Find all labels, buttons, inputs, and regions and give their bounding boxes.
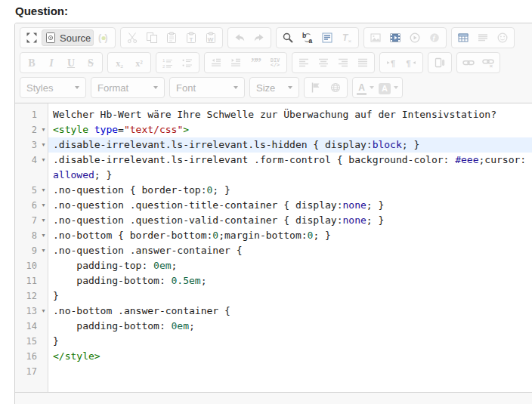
code-line[interactable]: 7▾.no-question .question-valid-container… <box>15 213 532 228</box>
maximize-button[interactable] <box>22 29 42 46</box>
code-text[interactable]: padding-top: 0em; <box>48 258 532 273</box>
code-line[interactable]: 15} <box>15 334 532 349</box>
flash-player-button[interactable]: f <box>425 29 444 46</box>
paste-text-button[interactable]: T <box>181 29 201 46</box>
replace-button[interactable]: ba <box>298 29 317 46</box>
copy-button[interactable] <box>142 29 162 46</box>
fold-arrow-icon[interactable]: ▾ <box>39 213 48 228</box>
strikethrough-button[interactable]: S <box>81 54 101 71</box>
smiley-button[interactable] <box>493 29 512 46</box>
undo-button[interactable] <box>230 29 249 46</box>
code-text[interactable]: } <box>48 288 532 304</box>
code-text[interactable]: .no-question { border-top:0; } <box>48 183 532 198</box>
code-line[interactable]: 6▾.no-question .question-title-container… <box>15 198 532 213</box>
anchor-button[interactable] <box>430 54 450 71</box>
subscript-button[interactable]: x₂ <box>110 54 129 71</box>
blockquote-button[interactable]: ”” <box>246 54 265 71</box>
code-text[interactable] <box>48 364 532 379</box>
bulleted-list-button[interactable] <box>178 54 197 71</box>
code-text[interactable]: allowed; } <box>48 168 532 183</box>
fold-arrow-icon[interactable]: ▾ <box>39 137 48 153</box>
align-left-button[interactable] <box>294 54 314 71</box>
language-button[interactable] <box>326 79 345 96</box>
code-text[interactable]: </style> <box>48 349 532 364</box>
bidi-ltr-icon: ¶ <box>385 57 397 69</box>
cut-button[interactable] <box>122 29 142 46</box>
remove-format-button[interactable]: T× <box>337 29 357 46</box>
paste-word-button[interactable]: W <box>201 29 221 46</box>
fold-arrow-icon[interactable]: ▾ <box>39 122 48 137</box>
spell-check-language-button[interactable] <box>306 79 326 96</box>
image-button[interactable] <box>366 29 385 46</box>
source-button[interactable]: Source <box>42 29 94 46</box>
code-text[interactable]: padding-bottom: 0.5em; <box>48 273 532 288</box>
code-text[interactable]: .no-question .question-valid-container {… <box>48 213 532 228</box>
bidi-rtl-button[interactable]: ¶ <box>401 54 421 71</box>
paste-button[interactable] <box>162 29 181 46</box>
redo-button[interactable] <box>249 29 269 46</box>
fold-arrow-icon[interactable]: ▾ <box>39 243 48 258</box>
code-line[interactable]: 12} <box>15 288 532 304</box>
code-line[interactable]: 8▾.no-bottom { border-bottom:0;margin-bo… <box>15 228 532 243</box>
code-text[interactable]: Welcher Hb-Wert wäre Ihre Schwelle zur Ü… <box>48 107 532 122</box>
flash-button[interactable] <box>385 29 405 46</box>
code-line[interactable]: 16</style> <box>15 349 532 364</box>
code-line[interactable]: 17 <box>15 364 532 379</box>
code-text[interactable]: } <box>48 334 532 349</box>
find-button[interactable] <box>278 29 298 46</box>
link-button[interactable] <box>459 54 478 71</box>
format-dropdown[interactable]: Format <box>91 77 165 98</box>
code-line[interactable]: 10 padding-top: 0em; <box>15 258 532 273</box>
justify-button[interactable] <box>353 54 373 71</box>
div-container-button[interactable]: DIV</> <box>265 54 285 71</box>
superscript-button[interactable]: x² <box>129 54 149 71</box>
code-text[interactable]: .disable-irrelevant.ls-irrelevant .form-… <box>48 153 532 168</box>
code-text[interactable]: .disable-irrelevant.ls-irrelevant.ls-hid… <box>48 137 532 153</box>
gutter-cell: 5▾ <box>15 183 48 198</box>
code-text[interactable]: padding-bottom: 0em; <box>48 319 532 334</box>
bold-button[interactable]: B <box>22 54 42 71</box>
indent-button[interactable] <box>226 54 246 71</box>
code-text[interactable]: .no-question .question-title-container {… <box>48 198 532 213</box>
background-color-button[interactable]: A <box>376 79 401 96</box>
code-line[interactable]: allowed; } <box>15 168 532 183</box>
horizontal-rule-icon <box>477 32 489 44</box>
code-text[interactable]: <style type="text/css"> <box>48 122 532 137</box>
flash-ball-icon: f <box>428 32 441 44</box>
code-editor[interactable]: 1Welcher Hb-Wert wäre Ihre Schwelle zur … <box>15 103 532 392</box>
horizontal-rule-button[interactable] <box>473 29 493 46</box>
fold-arrow-icon[interactable]: ▾ <box>39 228 48 243</box>
code-line[interactable]: 11 padding-bottom: 0.5em; <box>15 273 532 288</box>
code-line[interactable]: 2▾<style type="text/css"> <box>15 122 532 137</box>
numbered-list-button[interactable]: 12 <box>158 54 178 71</box>
code-line[interactable]: 3▾.disable-irrelevant.ls-irrelevant.ls-h… <box>15 137 532 153</box>
text-color-button[interactable]: A <box>354 79 376 96</box>
fold-arrow-icon[interactable]: ▾ <box>39 183 48 198</box>
fold-arrow-icon[interactable]: ▾ <box>39 198 48 213</box>
code-line[interactable]: 14 padding-bottom: 0em; <box>15 319 532 334</box>
unlink-button[interactable]: × <box>478 54 498 71</box>
font-dropdown[interactable]: Font <box>169 77 245 98</box>
outdent-button[interactable] <box>206 54 226 71</box>
templates-button[interactable]: () <box>94 29 113 46</box>
table-button[interactable] <box>453 29 473 46</box>
code-line[interactable]: 1Welcher Hb-Wert wäre Ihre Schwelle zur … <box>15 107 532 122</box>
select-all-button[interactable] <box>317 29 337 46</box>
code-text[interactable]: .no-bottom { border-bottom:0;margin-bott… <box>48 228 532 243</box>
align-right-button[interactable] <box>333 54 353 71</box>
fold-arrow-icon[interactable]: ▾ <box>39 153 48 168</box>
code-line[interactable]: 13▾.no-bottom .answer-container { <box>15 304 532 319</box>
code-line[interactable]: 9▾.no-question .answer-container { <box>15 243 532 258</box>
italic-button[interactable]: I <box>42 54 61 71</box>
media-button[interactable] <box>405 29 425 46</box>
code-text[interactable]: .no-question .answer-container { <box>48 243 532 258</box>
code-text[interactable]: .no-bottom .answer-container { <box>48 304 532 319</box>
align-center-button[interactable] <box>314 54 333 71</box>
bidi-ltr-button[interactable]: ¶ <box>382 54 401 71</box>
fold-arrow-icon[interactable]: ▾ <box>39 304 48 319</box>
size-dropdown[interactable]: Size <box>249 77 299 98</box>
underline-button[interactable]: U <box>61 54 81 71</box>
code-line[interactable]: 5▾.no-question { border-top:0; } <box>15 183 532 198</box>
styles-dropdown[interactable]: Styles <box>20 77 86 98</box>
code-line[interactable]: 4▾.disable-irrelevant.ls-irrelevant .for… <box>15 153 532 168</box>
